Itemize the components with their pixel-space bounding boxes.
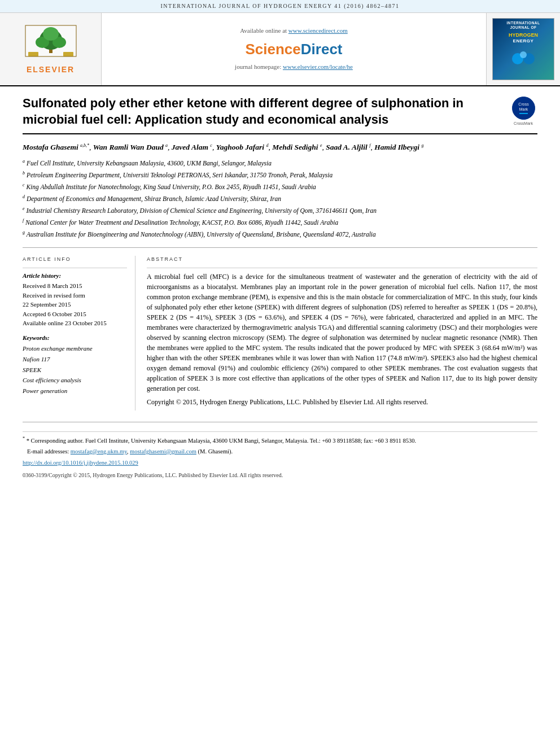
affiliation-a: a Fuel Cell Institute, University Kebang…: [23, 158, 537, 168]
received-revised-date: 22 September 2015: [23, 300, 127, 309]
article-title: Sulfonated poly ether ether ketone with …: [23, 95, 509, 128]
keyword-5: Power generation: [23, 386, 127, 396]
journal-bar-text: INTERNATIONAL JOURNAL OF HYDROGEN ENERGY…: [160, 3, 399, 9]
author-jafari: Yaghoob Jafari: [216, 143, 264, 151]
affiliation-f: f National Center for Water Treatment an…: [23, 217, 537, 228]
keywords-list: Proton exchange membrane Nafion 117 SPEE…: [23, 343, 127, 396]
journal-cover-area: International Journal of HYDROGEN ENERGY: [487, 13, 560, 85]
issn-note: 0360-3199/Copyright © 2015, Hydrogen Ene…: [23, 471, 537, 479]
affiliations: a Fuel Cell Institute, University Kebang…: [23, 158, 537, 240]
keywords-group: Keywords: Proton exchange membrane Nafio…: [23, 334, 127, 396]
journal-homepage: journal homepage: www.elsevier.com/locat…: [235, 63, 353, 71]
journal-cover-energy: ENERGY: [513, 38, 534, 44]
author-alam: Javed Alam: [172, 143, 208, 151]
journal-homepage-url[interactable]: www.elsevier.com/locate/he: [283, 63, 353, 70]
article-info-label: ARTICLE INFO: [23, 256, 127, 263]
corresponding-author-text: * Corresponding author. Fuel Cell Instit…: [27, 437, 416, 443]
available-online-date: Available online 23 October 2015: [23, 318, 127, 328]
crossmark-badge: Cross Mark CrossMark: [509, 95, 537, 126]
accepted-date: Accepted 6 October 2015: [23, 309, 127, 319]
affiliation-d: d Department of Economics and Management…: [23, 194, 537, 204]
keyword-4: Cost efficiency analysis: [23, 375, 127, 386]
crossmark-label: CrossMark: [514, 121, 533, 126]
journal-cover-highlight: HYDROGEN: [509, 32, 538, 39]
article-info: ARTICLE INFO Article history: Received 8…: [23, 256, 135, 410]
author-ghasemi: Mostafa Ghasemi: [23, 143, 78, 151]
history-label: Article history:: [23, 272, 127, 280]
abstract-paragraph: A microbial fuel cell (MFC) is a device …: [147, 272, 537, 394]
journal-bar: INTERNATIONAL JOURNAL OF HYDROGEN ENERGY…: [0, 0, 560, 13]
email-2[interactable]: mostafghasemi@gmail.com: [130, 448, 196, 455]
email-note: E-mail addresses: mostafag@eng.ukm.my, m…: [23, 447, 537, 456]
svg-text:Mark: Mark: [519, 107, 528, 111]
footer-area: * * Corresponding author. Fuel Cell Inst…: [23, 422, 537, 479]
elsevier-logo-area: ELSEVIER: [0, 13, 102, 85]
svg-rect-7: [63, 52, 73, 56]
abstract-copyright: Copyright © 2015, Hydrogen Energy Public…: [147, 397, 537, 407]
sciencedirect-url[interactable]: www.sciencedirect.com: [288, 27, 348, 34]
elsevier-logo: ELSEVIER: [23, 23, 79, 76]
header-center: Available online at www.sciencedirect.co…: [102, 13, 487, 85]
article-title-section: Sulfonated poly ether ether ketone with …: [23, 95, 537, 134]
received-1: Received 8 March 2015: [23, 281, 127, 291]
email-1[interactable]: mostafag@eng.ukm.my: [71, 448, 127, 455]
keyword-2: Nafion 117: [23, 354, 127, 365]
svg-rect-6: [28, 52, 38, 56]
abstract-label: ABSTRACT: [147, 256, 537, 263]
svg-text:Cross: Cross: [518, 102, 529, 106]
lower-section: ARTICLE INFO Article history: Received 8…: [23, 247, 537, 410]
keyword-1: Proton exchange membrane: [23, 343, 127, 354]
author-sedighi: Mehdi Sedighi: [272, 143, 318, 151]
author-aljlil: Saad A. Aljlil: [326, 143, 368, 151]
history-group: Article history: Received 8 March 2015 R…: [23, 272, 127, 328]
header-area: ELSEVIER Available online at www.science…: [0, 13, 560, 86]
authors-section: Mostafa Ghasemi a,b,*, Wan Ramli Wan Dau…: [23, 141, 537, 239]
elsevier-tree-icon: [23, 23, 79, 62]
journal-cover-title: International Journal of: [506, 21, 540, 30]
svg-point-11: [520, 51, 527, 58]
keyword-3: SPEEK: [23, 365, 127, 375]
received-revised-label: Received in revised form: [23, 291, 127, 300]
available-online-text: Available online at www.sciencedirect.co…: [240, 27, 348, 35]
affiliation-e: e Industrial Chemistry Research Laborato…: [23, 206, 537, 216]
main-content: Sulfonated poly ether ether ketone with …: [0, 86, 560, 491]
keywords-label: Keywords:: [23, 334, 127, 342]
sciencedirect-logo: ScienceDirect: [246, 39, 343, 59]
email-label: E-mail addresses:: [27, 448, 69, 455]
affiliation-b: b Petroleum Engineering Department, Univ…: [23, 170, 537, 180]
journal-cover: International Journal of HYDROGEN ENERGY: [492, 18, 554, 80]
journal-cover-graphic: [506, 45, 540, 67]
doi-note: http://dx.doi.org/10.1016/j.ijhydene.201…: [23, 458, 537, 468]
author-ilbeygi: Hamid Ilbeygi: [374, 143, 419, 151]
abstract-text: A microbial fuel cell (MFC) is a device …: [147, 272, 537, 407]
doi-url[interactable]: http://dx.doi.org/10.1016/j.ijhydene.201…: [23, 460, 138, 466]
affiliation-c: c King Abdullah Institute for Nanotechno…: [23, 182, 537, 192]
svg-point-5: [43, 27, 59, 41]
elsevier-wordmark: ELSEVIER: [27, 64, 75, 76]
crossmark-icon: Cross Mark: [511, 95, 536, 121]
affiliation-g: g Australian Institute for Bioengineerin…: [23, 229, 537, 239]
email-author: (M. Ghasemi).: [198, 448, 233, 455]
journal-homepage-label: journal homepage:: [235, 63, 281, 70]
abstract-section: ABSTRACT A microbial fuel cell (MFC) is …: [147, 256, 537, 410]
author-wandaud: Wan Ramli Wan Daud: [93, 143, 164, 151]
author-list: Mostafa Ghasemi a,b,*, Wan Ramli Wan Dau…: [23, 141, 537, 154]
corresponding-author-note: * * Corresponding author. Fuel Cell Inst…: [23, 435, 537, 445]
